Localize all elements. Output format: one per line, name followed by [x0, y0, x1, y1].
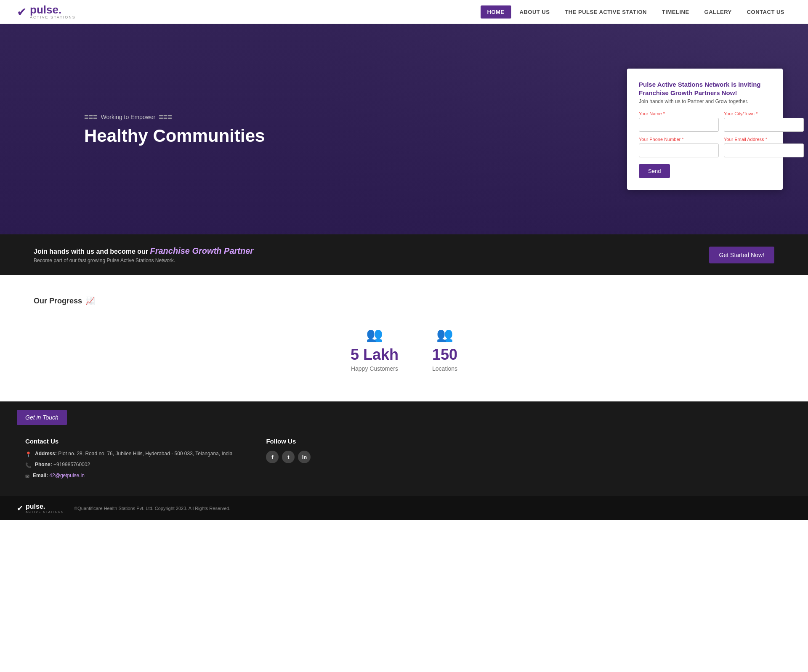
logo-name: pulse. — [30, 4, 76, 15]
cta-franchise-text: Franchise Growth Partner — [150, 246, 253, 255]
get-started-button[interactable]: Get Started Now! — [709, 247, 774, 263]
nav-item-gallery[interactable]: GALLERY — [698, 5, 739, 19]
social-icons: ftin — [266, 451, 311, 463]
footer-logo-text: pulse. — [26, 503, 45, 510]
social-twitter[interactable]: t — [282, 451, 295, 463]
form-heading: Pulse Active Stations Network is invitin… — [639, 80, 771, 97]
footer-logo-sub: ACTIVE STATIONS — [26, 510, 64, 513]
social-section: Follow Us ftin — [266, 438, 311, 479]
social-facebook[interactable]: f — [266, 451, 279, 463]
people-icon: 👥 — [351, 327, 399, 343]
nav-item-about[interactable]: ABOUT US — [513, 5, 557, 19]
name-input[interactable] — [639, 118, 719, 132]
name-group: Your Name * — [639, 111, 719, 132]
logo: ✔ pulse. ACTIVE STATIONS — [17, 4, 76, 19]
email-group: Your Email Address * — [724, 137, 804, 157]
stat-locations: 👥 150 Locations — [432, 327, 457, 372]
franchise-form-card: Pulse Active Stations Network is invitin… — [627, 69, 783, 190]
hero-section: ≡≡≡ Working to Empower ≡≡≡ Healthy Commu… — [0, 24, 808, 234]
footer-logo-icon: ✔ — [17, 504, 23, 513]
cta-banner: Join hands with us and become our Franch… — [0, 234, 808, 275]
people-icon: 👥 — [432, 327, 457, 343]
cta-sub: Become part of our fast growing Pulse Ac… — [34, 258, 253, 263]
form-row-2: Your Phone Number * Your Email Address * — [639, 137, 771, 157]
site-header: ✔ pulse. ACTIVE STATIONS HOMEABOUT USTHE… — [0, 0, 808, 24]
email-input[interactable] — [724, 143, 804, 157]
footer-bottom: ✔ pulse. ACTIVE STATIONS ©Quantificare H… — [0, 496, 808, 520]
email-item: ✉ Email: 42@getpulse.in — [25, 473, 232, 479]
logo-sub: ACTIVE STATIONS — [30, 15, 76, 19]
city-label: Your City/Town * — [724, 111, 804, 116]
phone-item: 📞 Phone: +919985760002 — [25, 462, 232, 468]
send-button[interactable]: Send — [639, 164, 670, 178]
stat-label: Locations — [432, 365, 457, 372]
hero-content: ≡≡≡ Working to Empower ≡≡≡ Healthy Commu… — [0, 113, 627, 146]
location-icon: 📍 — [25, 452, 32, 457]
form-subheading: Join hands with us to Partner and Grow t… — [639, 98, 771, 104]
main-nav: HOMEABOUT USTHE PULSE ACTIVE STATIONTIME… — [481, 5, 791, 19]
progress-section: Our Progress 📈 👥 5 Lakh Happy Customers … — [0, 275, 808, 401]
nav-item-station[interactable]: THE PULSE ACTIVE STATION — [558, 5, 654, 19]
cta-prefix: Join hands with us and become our Franch… — [34, 246, 253, 256]
tagline-text: Working to Empower — [101, 114, 156, 120]
phone-input[interactable] — [639, 143, 719, 157]
progress-title-text: Our Progress — [34, 297, 82, 305]
phone-label: Your Phone Number * — [639, 137, 719, 142]
nav-item-timeline[interactable]: TIMELINE — [655, 5, 696, 19]
contact-section: Contact Us 📍 Address: Plot no. 28, Road … — [25, 438, 232, 479]
name-label: Your Name * — [639, 111, 719, 116]
hero-title: Healthy Communities — [84, 126, 627, 146]
social-linkedin[interactable]: in — [298, 451, 311, 463]
chart-icon: 📈 — [85, 296, 95, 305]
form-row-1: Your Name * Your City/Town * — [639, 111, 771, 132]
copyright-text: ©Quantificare Health Stations Pvt. Ltd. … — [74, 506, 230, 511]
follow-title: Follow Us — [266, 438, 311, 445]
nav-item-contact[interactable]: CONTACT US — [740, 5, 791, 19]
address-item: 📍 Address: Plot no. 28, Road no. 76, Jub… — [25, 451, 232, 457]
site-footer: Get in Touch Contact Us 📍 Address: Plot … — [0, 401, 808, 520]
phone-group: Your Phone Number * — [639, 137, 719, 157]
city-input[interactable] — [724, 118, 804, 132]
progress-stats: 👥 5 Lakh Happy Customers 👥 150 Locations — [34, 318, 774, 380]
email-icon: ✉ — [25, 473, 29, 479]
stat-number: 150 — [432, 346, 457, 364]
footer-logo: ✔ pulse. ACTIVE STATIONS — [17, 503, 64, 513]
email-label: Your Email Address * — [724, 137, 804, 142]
nav-item-home[interactable]: HOME — [481, 5, 511, 19]
city-group: Your City/Town * — [724, 111, 804, 132]
phone-icon: 📞 — [25, 462, 32, 468]
stat-customers: 👥 5 Lakh Happy Customers — [351, 327, 399, 372]
contact-title: Contact Us — [25, 438, 232, 445]
stat-label: Happy Customers — [351, 365, 399, 372]
stat-number: 5 Lakh — [351, 346, 399, 364]
logo-icon: ✔ — [17, 5, 27, 19]
footer-content: Contact Us 📍 Address: Plot no. 28, Road … — [0, 429, 808, 496]
get-in-touch-tab[interactable]: Get in Touch — [17, 410, 67, 425]
hero-tagline: ≡≡≡ Working to Empower ≡≡≡ — [84, 113, 627, 122]
